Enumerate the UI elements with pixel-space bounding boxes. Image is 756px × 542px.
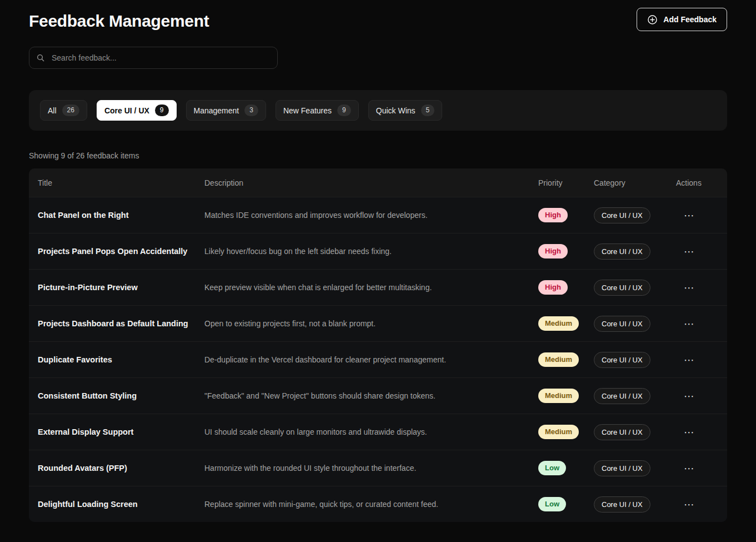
ellipsis-icon: ⋯ [684, 390, 694, 402]
priority-badge: Medium [538, 316, 579, 331]
plus-circle-icon [647, 14, 658, 25]
ellipsis-icon: ⋯ [684, 498, 694, 510]
category-badge: Core UI / UX [594, 424, 650, 440]
row-description: Open to existing projects first, not a b… [204, 319, 538, 328]
row-title: Chat Panel on the Right [38, 211, 204, 220]
row-actions-button[interactable]: ⋯ [680, 424, 698, 441]
category-cell: Core UI / UX [594, 207, 676, 223]
row-actions-button[interactable]: ⋯ [680, 460, 698, 477]
category-badge: Core UI / UX [594, 388, 650, 404]
category-cell: Core UI / UX [594, 280, 676, 296]
priority-cell: Medium [538, 352, 594, 367]
row-description: De-duplicate in the Vercel dashboard for… [204, 355, 538, 364]
row-title: Consistent Button Styling [38, 391, 204, 400]
filter-tab-count-badge: 26 [62, 105, 79, 116]
filter-tab-label: Quick Wins [376, 106, 415, 115]
row-description: Likely hover/focus bug on the left sideb… [204, 247, 538, 256]
row-actions-button[interactable]: ⋯ [680, 387, 698, 405]
row-title: External Display Support [38, 427, 204, 436]
priority-badge: Medium [538, 425, 579, 439]
row-title: Duplicate Favorites [38, 355, 204, 364]
table-row: Chat Panel on the RightMatches IDE conve… [29, 197, 727, 233]
page-header: Feedback Management Add Feedback [29, 8, 727, 31]
table-row: Consistent Button Styling"Feedback" and … [29, 377, 727, 414]
priority-badge: High [538, 280, 568, 295]
ellipsis-icon: ⋯ [684, 245, 694, 257]
row-actions-button[interactable]: ⋯ [680, 315, 698, 332]
actions-cell: ⋯ [676, 424, 718, 441]
row-description: "Feedback" and "New Project" buttons sho… [204, 391, 538, 400]
filter-tab-count-badge: 5 [421, 105, 435, 116]
filter-tab-new-features[interactable]: New Features9 [276, 100, 359, 121]
priority-badge: High [538, 208, 568, 222]
filter-tab-quick-wins[interactable]: Quick Wins5 [368, 100, 442, 121]
filter-tab-all[interactable]: All26 [40, 100, 87, 121]
row-description: UI should scale cleanly on large monitor… [204, 427, 538, 436]
search-input[interactable] [29, 47, 278, 69]
ellipsis-icon: ⋯ [684, 426, 694, 438]
priority-badge: Low [538, 461, 566, 475]
filter-tab-core-ui-ux[interactable]: Core UI / UX9 [97, 100, 177, 121]
ellipsis-icon: ⋯ [684, 462, 694, 474]
priority-cell: Low [538, 497, 594, 511]
row-description: Matches IDE conventions and improves wor… [204, 211, 538, 220]
category-cell: Core UI / UX [594, 388, 676, 404]
row-actions-button[interactable]: ⋯ [680, 243, 698, 260]
category-badge: Core UI / UX [594, 352, 650, 368]
row-description: Keep preview visible when chat is enlarg… [204, 283, 538, 292]
table-header-row: Title Description Priority Category Acti… [29, 168, 727, 197]
row-actions-button[interactable]: ⋯ [680, 207, 698, 224]
row-title: Picture-in-Picture Preview [38, 283, 204, 292]
table-row: Projects Dashboard as Default LandingOpe… [29, 305, 727, 341]
filter-bar: All26Core UI / UX9Management3New Feature… [29, 90, 727, 131]
column-header-title: Title [38, 178, 204, 187]
column-header-priority: Priority [538, 178, 594, 187]
table-row: Projects Panel Pops Open AccidentallyLik… [29, 233, 727, 269]
table-row: Picture-in-Picture PreviewKeep preview v… [29, 269, 727, 305]
actions-cell: ⋯ [676, 351, 718, 369]
priority-cell: Medium [538, 389, 594, 403]
ellipsis-icon: ⋯ [684, 209, 694, 221]
priority-cell: High [538, 280, 594, 295]
category-badge: Core UI / UX [594, 496, 650, 513]
filter-tab-label: All [48, 106, 57, 115]
category-badge: Core UI / UX [594, 280, 650, 296]
category-cell: Core UI / UX [594, 352, 676, 368]
column-header-actions: Actions [676, 178, 718, 187]
row-actions-button[interactable]: ⋯ [680, 496, 698, 513]
add-feedback-button[interactable]: Add Feedback [637, 8, 727, 31]
actions-cell: ⋯ [676, 387, 718, 405]
actions-cell: ⋯ [676, 315, 718, 332]
actions-cell: ⋯ [676, 460, 718, 477]
actions-cell: ⋯ [676, 243, 718, 260]
filter-tab-count-badge: 9 [155, 105, 169, 116]
feedback-management-page: Feedback Management Add Feedback All26Co… [0, 0, 756, 522]
filter-tab-management[interactable]: Management3 [186, 100, 266, 121]
column-header-description: Description [204, 178, 538, 187]
category-badge: Core UI / UX [594, 207, 650, 223]
filter-tab-label: Management [194, 106, 239, 115]
actions-cell: ⋯ [676, 496, 718, 513]
ellipsis-icon: ⋯ [684, 317, 694, 330]
actions-cell: ⋯ [676, 207, 718, 224]
row-description: Replace spinner with mini-game, quick ti… [204, 500, 538, 509]
feedback-table: Title Description Priority Category Acti… [29, 168, 727, 522]
page-title: Feedback Management [29, 12, 209, 31]
row-actions-button[interactable]: ⋯ [680, 351, 698, 369]
priority-badge: Medium [538, 352, 579, 367]
table-row: Rounded Avatars (PFP)Harmonize with the … [29, 450, 727, 486]
category-cell: Core UI / UX [594, 460, 676, 476]
category-cell: Core UI / UX [594, 316, 676, 332]
column-header-category: Category [594, 178, 676, 187]
row-actions-button[interactable]: ⋯ [680, 279, 698, 296]
priority-cell: Medium [538, 425, 594, 439]
priority-badge: Low [538, 497, 566, 511]
row-title: Delightful Loading Screen [38, 500, 204, 509]
table-row: Duplicate FavoritesDe-duplicate in the V… [29, 341, 727, 377]
filter-tab-label: Core UI / UX [104, 106, 149, 115]
filter-tab-label: New Features [283, 106, 332, 115]
category-cell: Core UI / UX [594, 496, 676, 513]
actions-cell: ⋯ [676, 279, 718, 296]
priority-badge: Medium [538, 389, 579, 403]
priority-cell: High [538, 244, 594, 258]
